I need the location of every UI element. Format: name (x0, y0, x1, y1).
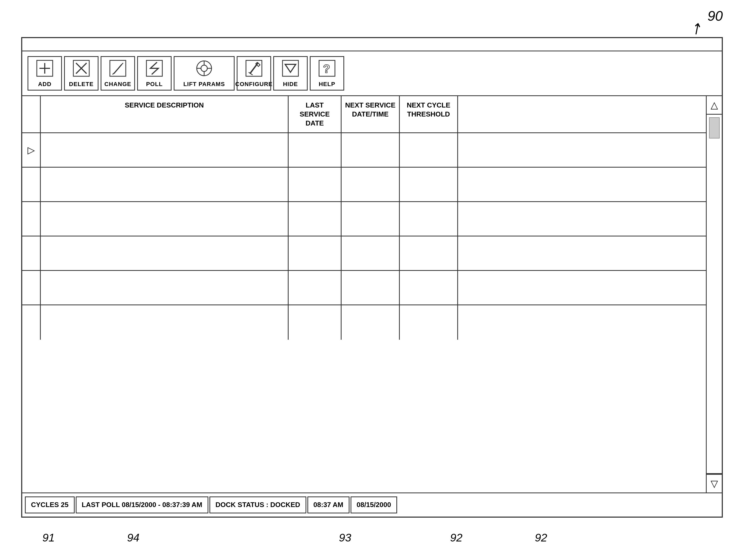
change-icon-svg (109, 59, 127, 78)
change-button[interactable]: CHANGE (101, 56, 135, 90)
add-icon (35, 59, 54, 80)
row-next-cycle-threshold (400, 202, 458, 236)
table-row (22, 202, 706, 236)
scroll-down-button[interactable]: ▽ (707, 474, 722, 492)
row-service-description (41, 305, 289, 340)
hide-icon-svg (281, 59, 300, 78)
help-icon: ? (318, 59, 336, 80)
poll-button[interactable]: POLL (137, 56, 172, 90)
col-indicator (22, 96, 41, 133)
row-next-cycle-threshold (400, 236, 458, 270)
row-indicator (22, 305, 41, 340)
row-last-service-date (289, 271, 341, 304)
lift-params-button[interactable]: LIFT PARAMS (174, 56, 234, 90)
row-next-service-datetime (341, 271, 400, 304)
configure-button[interactable]: CONFIGURE (237, 56, 271, 90)
scroll-track[interactable] (707, 115, 722, 474)
col-extra (458, 96, 706, 133)
svg-line-7 (114, 64, 122, 74)
ref-92a: 92 (450, 531, 462, 544)
row-indicator (22, 271, 41, 304)
col-last-service-date: LAST SERVICEDATE (289, 96, 341, 133)
hide-button[interactable]: HIDE (273, 56, 308, 90)
row-extra (458, 202, 706, 236)
svg-rect-21 (283, 60, 298, 76)
row-extra (458, 236, 706, 270)
table-row (22, 271, 706, 305)
ref-92b: 92 (535, 531, 547, 544)
row-next-cycle-threshold (400, 133, 458, 167)
configure-icon (245, 59, 263, 80)
dock-status-display: DOCK STATUS : DOCKED (210, 496, 306, 513)
row-next-cycle-threshold (400, 305, 458, 340)
configure-icon-svg (245, 59, 263, 78)
row-next-service-datetime (341, 305, 400, 340)
table-section: SERVICE DESCRIPTION LAST SERVICEDATE NEX… (22, 96, 722, 492)
svg-line-9 (122, 63, 123, 64)
svg-marker-22 (285, 64, 296, 72)
row-next-service-datetime (341, 133, 400, 167)
help-button[interactable]: ? HELP (310, 56, 344, 90)
delete-icon (72, 59, 90, 80)
row-service-description (41, 202, 289, 236)
row-last-service-date (289, 202, 341, 236)
table-row (22, 305, 706, 340)
hide-label: HIDE (283, 81, 298, 88)
table-row (22, 236, 706, 271)
row-next-service-datetime (341, 236, 400, 270)
scroll-thumb[interactable] (709, 117, 720, 139)
configure-label: CONFIGURE (235, 81, 273, 88)
row-indicator (22, 167, 41, 201)
poll-label: POLL (146, 81, 163, 88)
help-icon-svg: ? (318, 59, 336, 78)
delete-icon-svg (72, 59, 90, 78)
svg-text:?: ? (323, 62, 330, 75)
delete-label: DELETE (69, 81, 94, 88)
title-bar (22, 38, 722, 51)
ref-91: 91 (42, 531, 55, 544)
row-indicator (22, 236, 41, 270)
poll-icon-svg (145, 59, 163, 78)
main-window: ADD DELETE (21, 37, 723, 518)
add-button[interactable]: ADD (28, 56, 62, 90)
row-last-service-date (289, 167, 341, 201)
row-service-description (41, 236, 289, 270)
row-extra (458, 167, 706, 201)
scroll-up-button[interactable]: △ (707, 96, 722, 115)
row-last-service-date (289, 305, 341, 340)
last-poll-display: LAST POLL 08/15/2000 - 08:37:39 AM (76, 496, 209, 513)
row-last-service-date (289, 133, 341, 167)
svg-point-13 (201, 65, 207, 72)
change-label: CHANGE (104, 81, 131, 88)
lift-params-icon (195, 59, 213, 80)
table-header: SERVICE DESCRIPTION LAST SERVICEDATE NEX… (22, 96, 706, 133)
ref-arrow-90: ↗ (686, 19, 705, 39)
table-body: ▷ (22, 133, 706, 340)
row-indicator: ▷ (22, 133, 41, 167)
hide-icon (281, 59, 300, 80)
data-grid: SERVICE DESCRIPTION LAST SERVICEDATE NEX… (22, 96, 706, 492)
row-extra (458, 133, 706, 167)
col-next-cycle-threshold: NEXT CYCLETHRESHOLD (400, 96, 458, 133)
ref-number-90: 90 (707, 8, 723, 24)
toolbar: ADD DELETE (22, 51, 722, 96)
row-service-description (41, 271, 289, 304)
table-row (22, 167, 706, 202)
ref-94: 94 (127, 531, 140, 544)
add-label: ADD (38, 81, 52, 88)
poll-icon (145, 59, 163, 80)
status-bar: CYCLES 25 LAST POLL 08/15/2000 - 08:37:3… (22, 492, 722, 516)
help-label: HELP (319, 81, 335, 88)
row-service-description (41, 133, 289, 167)
cycles-display: CYCLES 25 (25, 496, 75, 513)
delete-button[interactable]: DELETE (64, 56, 99, 90)
row-next-cycle-threshold (400, 167, 458, 201)
col-next-service-datetime: NEXT SERVICEDATE/TIME (341, 96, 400, 133)
scrollbar: △ ▽ (706, 96, 722, 492)
row-last-service-date (289, 236, 341, 270)
row-next-service-datetime (341, 202, 400, 236)
row-service-description (41, 167, 289, 201)
row-indicator (22, 202, 41, 236)
row-extra (458, 305, 706, 340)
col-service-description: SERVICE DESCRIPTION (41, 96, 289, 133)
